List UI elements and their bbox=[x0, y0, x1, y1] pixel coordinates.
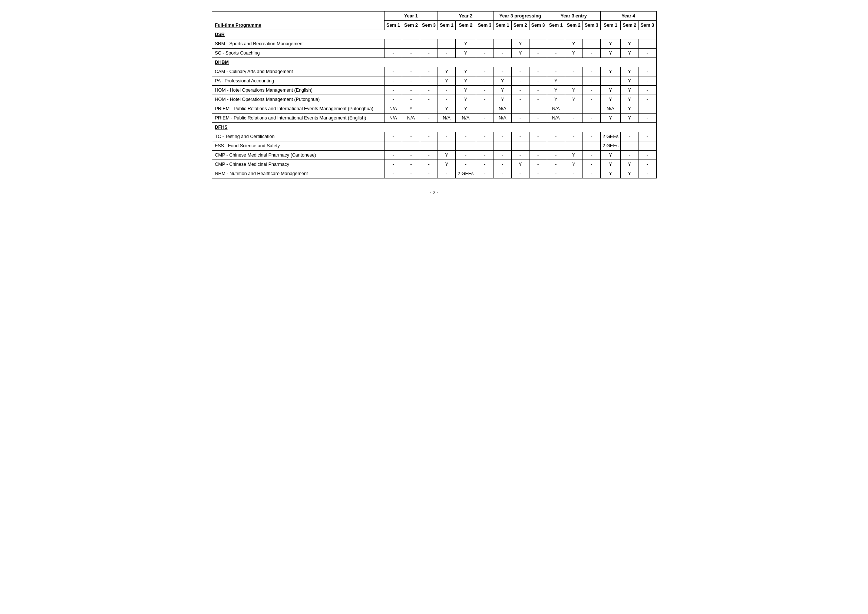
cell-2-2: - bbox=[420, 151, 438, 160]
cell-0-13: - bbox=[621, 132, 639, 141]
cell-2-14: - bbox=[639, 86, 656, 95]
sem-col-5: Sem 2 bbox=[456, 21, 476, 30]
sem-col-3: Sem 3 bbox=[420, 21, 438, 30]
cell-0-2: - bbox=[420, 67, 438, 76]
cell-5-0: N/A bbox=[384, 113, 402, 123]
cell-4-9: N/A bbox=[547, 104, 565, 113]
cell-1-12: - bbox=[600, 76, 621, 86]
year3e-header: Year 3 entry bbox=[547, 11, 600, 21]
cell-2-3: - bbox=[438, 86, 456, 95]
cell-4-5: - bbox=[476, 169, 493, 179]
cell-3-3: Y bbox=[438, 160, 456, 169]
table-row: CMP - Chinese Medicinal Pharmacy---Y---Y… bbox=[212, 160, 656, 169]
programme-cell: CAM - Culinary Arts and Management bbox=[212, 67, 384, 76]
page-number: - 2 - bbox=[212, 190, 657, 195]
cell-3-9: - bbox=[547, 160, 565, 169]
cell-1-1: - bbox=[402, 48, 420, 58]
cell-1-8: - bbox=[529, 141, 547, 151]
cell-2-13: Y bbox=[621, 86, 639, 95]
cell-0-7: - bbox=[511, 132, 529, 141]
cell-5-4: N/A bbox=[456, 113, 476, 123]
programme-cell: CMP - Chinese Medicinal Pharmacy bbox=[212, 160, 384, 169]
cell-0-9: - bbox=[547, 39, 565, 48]
cell-4-1: - bbox=[402, 169, 420, 179]
cell-3-7: Y bbox=[511, 160, 529, 169]
cell-5-7: - bbox=[511, 113, 529, 123]
cell-0-7: Y bbox=[511, 39, 529, 48]
cell-0-14: - bbox=[639, 132, 656, 141]
sem-col-8: Sem 2 bbox=[511, 21, 529, 30]
cell-4-12: Y bbox=[600, 169, 621, 179]
cell-1-9: - bbox=[547, 48, 565, 58]
section-header-DSR: DSR bbox=[212, 30, 656, 39]
cell-5-3: N/A bbox=[438, 113, 456, 123]
cell-3-13: Y bbox=[621, 160, 639, 169]
page-wrapper: Full-time Programme Year 1 Year 2 Year 3… bbox=[212, 11, 657, 195]
programme-cell: HOM - Hotel Operations Management (Puton… bbox=[212, 95, 384, 104]
cell-3-11: - bbox=[583, 160, 600, 169]
cell-0-0: - bbox=[384, 39, 402, 48]
cell-0-6: - bbox=[493, 39, 511, 48]
cell-2-4: - bbox=[456, 151, 476, 160]
cell-4-3: Y bbox=[438, 104, 456, 113]
sem-col-1: Sem 1 bbox=[384, 21, 402, 30]
sem-col-13: Sem 1 bbox=[600, 21, 621, 30]
cell-4-13: Y bbox=[621, 104, 639, 113]
cell-5-14: - bbox=[639, 113, 656, 123]
cell-1-2: - bbox=[420, 76, 438, 86]
cell-2-13: - bbox=[621, 151, 639, 160]
cell-1-2: - bbox=[420, 141, 438, 151]
cell-0-13: Y bbox=[621, 39, 639, 48]
cell-2-5: - bbox=[476, 86, 493, 95]
cell-0-12: Y bbox=[600, 39, 621, 48]
cell-4-6: - bbox=[493, 169, 511, 179]
table-row: TC - Testing and Certification----------… bbox=[212, 132, 656, 141]
cell-5-12: Y bbox=[600, 113, 621, 123]
programme-cell: SC - Sports Coaching bbox=[212, 48, 384, 58]
cell-3-14: - bbox=[639, 95, 656, 104]
cell-0-5: - bbox=[476, 67, 493, 76]
cell-3-12: Y bbox=[600, 160, 621, 169]
cell-0-14: - bbox=[639, 39, 656, 48]
cell-0-6: - bbox=[493, 132, 511, 141]
table-row: CMP - Chinese Medicinal Pharmacy (Canton… bbox=[212, 151, 656, 160]
year2-header: Year 2 bbox=[438, 11, 494, 21]
cell-0-4: - bbox=[456, 132, 476, 141]
cell-4-0: N/A bbox=[384, 104, 402, 113]
cell-1-1: - bbox=[402, 76, 420, 86]
cell-1-4: Y bbox=[456, 48, 476, 58]
cell-5-13: Y bbox=[621, 113, 639, 123]
cell-3-3: - bbox=[438, 95, 456, 104]
cell-0-11: - bbox=[583, 39, 600, 48]
table-row: NHM - Nutrition and Healthcare Managemen… bbox=[212, 169, 656, 179]
cell-1-7: - bbox=[511, 76, 529, 86]
cell-0-14: - bbox=[639, 67, 656, 76]
cell-3-2: - bbox=[420, 160, 438, 169]
programme-cell: PA - Professional Accounting bbox=[212, 76, 384, 86]
cell-3-14: - bbox=[639, 160, 656, 169]
section-label-DSR: DSR bbox=[212, 30, 656, 39]
cell-3-0: - bbox=[384, 95, 402, 104]
programme-header: Full-time Programme bbox=[212, 11, 384, 30]
cell-5-8: - bbox=[529, 113, 547, 123]
year1-header: Year 1 bbox=[384, 11, 438, 21]
cell-0-5: - bbox=[476, 39, 493, 48]
table-row: SC - Sports Coaching----Y--Y--Y-YY- bbox=[212, 48, 656, 58]
cell-0-9: - bbox=[547, 132, 565, 141]
cell-1-13: Y bbox=[621, 76, 639, 86]
cell-2-6: - bbox=[493, 151, 511, 160]
cell-3-8: - bbox=[529, 95, 547, 104]
cell-3-10: Y bbox=[565, 95, 583, 104]
cell-3-4: - bbox=[456, 160, 476, 169]
cell-1-12: 2 GEEs bbox=[600, 141, 621, 151]
cell-1-8: - bbox=[529, 76, 547, 86]
cell-4-7: - bbox=[511, 104, 529, 113]
table-row: HOM - Hotel Operations Management (Puton… bbox=[212, 95, 656, 104]
cell-3-1: - bbox=[402, 160, 420, 169]
cell-3-12: Y bbox=[600, 95, 621, 104]
programme-cell: FSS - Food Science and Safety bbox=[212, 141, 384, 151]
cell-4-0: - bbox=[384, 169, 402, 179]
cell-0-4: Y bbox=[456, 67, 476, 76]
cell-0-8: - bbox=[529, 132, 547, 141]
year-group-row: Full-time Programme Year 1 Year 2 Year 3… bbox=[212, 11, 656, 21]
